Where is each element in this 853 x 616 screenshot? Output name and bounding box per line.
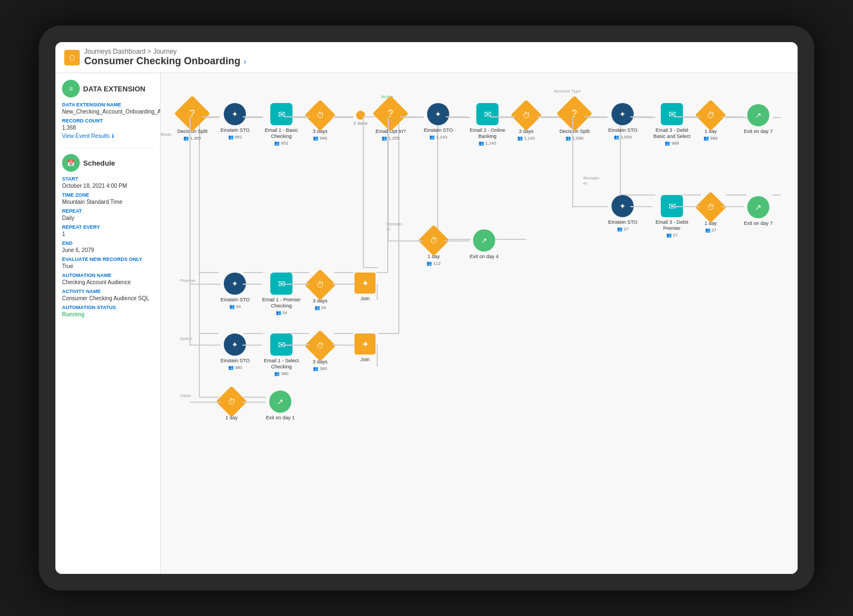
view-event-results-link[interactable]: View Event Results ℹ — [62, 133, 153, 139]
edit-icon[interactable]: › — [244, 57, 246, 66]
node-einstein-sto-premier[interactable]: ✦ Einstein STO 👥 34 — [220, 273, 250, 309]
1day-remainder-count: 👥 112 — [426, 261, 440, 266]
node-einstein-sto-3[interactable]: ✦ Einstein STO 👥 1,009 — [608, 103, 638, 140]
node-1day-other[interactable]: ⏱ 1 day — [220, 391, 243, 421]
content-area: ≡ DATA EXTENSION DATA EXTENSION NAME New… — [55, 73, 798, 574]
node-join-select[interactable]: ✦ Join — [354, 333, 376, 363]
conn-v-premier-join — [363, 116, 364, 268]
einstein-sto-2-label: Einstein STO — [424, 127, 453, 134]
automation-name-label: AUTOMATION NAME — [62, 273, 153, 278]
start-label: START — [62, 176, 153, 182]
conn-h-8 — [490, 116, 515, 117]
remainder-label-1: Remain-er — [583, 176, 600, 186]
conn-v-select-up — [377, 345, 378, 367]
node-1day-remainder[interactable]: ⏱ 1 day 👥 112 — [423, 229, 445, 266]
de-name-label: DATA EXTENSION NAME — [62, 102, 153, 107]
conn-h-select-1 — [189, 345, 220, 346]
automation-status-label: AUTOMATION STATUS — [62, 305, 153, 310]
conn-h-ds2-remainder-2 — [630, 206, 652, 207]
node-exit-day4[interactable]: ↗ Exit on day 4 — [470, 229, 499, 260]
evaluate-value: True — [62, 263, 153, 269]
einstein-sto-select-count: 👥 380 — [228, 365, 242, 370]
end-label: END — [62, 240, 153, 246]
conn-v-remainder — [388, 116, 389, 240]
conn-h-remainder-2 — [445, 240, 470, 242]
conn-h-7 — [446, 116, 468, 117]
exit-day7-1-label: Exit on day 7 — [744, 129, 773, 135]
schedule-icon: 📅 — [62, 154, 80, 172]
node-3days-2[interactable]: ⏱ 3 days 👥 1,142 — [515, 104, 537, 141]
einstein-sto-select-label: Einstein STO — [220, 358, 250, 364]
decision-split-1-count: 👥 1,365 — [183, 136, 201, 141]
start-value: October 18, 2021 4:00 PM — [62, 183, 153, 189]
node-einstein-sto-2[interactable]: ✦ Einstein STO 👥 1,143 — [424, 103, 453, 140]
tablet-screen: ⬡ Journeys Dashboard > Journey Consumer … — [55, 42, 798, 574]
node-1day-2[interactable]: ⏱ 1 day 👥 27 — [700, 196, 722, 233]
node-decision-split-1[interactable]: ? Decision Split 👥 1,365 Basic — [177, 101, 208, 141]
email-1-premier-label: Email 1 - Premier Checking — [262, 297, 301, 309]
conn-h-ds2-remainder — [572, 206, 608, 207]
einstein-sto-3-count: 👥 1,009 — [614, 135, 631, 140]
conn-h-premier-4 — [332, 284, 354, 285]
1day-1-count: 👥 988 — [703, 136, 717, 141]
3days-2-count: 👥 1,142 — [517, 136, 535, 141]
node-email-1-basic[interactable]: ✉ Email 1 - Basic Checking 👥 951 — [262, 103, 301, 146]
conn-h-2 — [243, 116, 262, 117]
conn-h-ds2-remainder-4 — [722, 206, 744, 207]
email-3-debit-premier-label: Email 3 - Debit Premier — [652, 219, 691, 232]
node-3days-1[interactable]: ⏱ 3 days 👥 946 — [309, 104, 331, 141]
node-exit-day7-2[interactable]: ↗ Exit on day 7 — [744, 196, 773, 227]
node-exit-day1[interactable]: ↗ Exit on day 1 — [266, 391, 295, 421]
journey-canvas-container[interactable]: ? Decision Split 👥 1,365 Basic ✦ — [161, 73, 798, 574]
node-email-3-debit-premier[interactable]: ✉ Email 3 - Debit Premier 👥 27 — [652, 195, 691, 238]
3days-select-count: 👥 380 — [313, 366, 327, 371]
data-extension-title: DATA EXTENSION — [83, 85, 145, 93]
email-3-debit-label: Email 3 - Debit Basic and Select — [652, 127, 691, 140]
sidebar: ≡ DATA EXTENSION DATA EXTENSION NAME New… — [55, 73, 161, 574]
email-1-select-count: 👥 380 — [274, 371, 288, 376]
journey-icon: ⬡ — [64, 50, 80, 65]
email-3-debit-premier-count: 👥 27 — [666, 233, 678, 238]
einstein-sto-1-label: Einstein STO — [220, 127, 250, 134]
node-email-1-premier[interactable]: ✉ Email 1 - Premier Checking 👥 34 — [262, 273, 301, 315]
activity-name-value: Consumer Checking Audience SQL — [62, 295, 153, 301]
node-exit-day7-1[interactable]: ↗ Exit on day 7 — [744, 104, 773, 135]
record-count-label: RECORD COUNT — [62, 118, 153, 124]
einstein-sto-4-count: 👥 27 — [617, 227, 629, 232]
data-extension-section: ≡ DATA EXTENSION DATA EXTENSION NAME New… — [62, 80, 153, 139]
data-extension-icon: ≡ — [62, 80, 80, 97]
node-email-3-debit[interactable]: ✉ Email 3 - Debit Basic and Select 👥 988 — [652, 103, 691, 146]
conn-h-ds2-remainder-3 — [675, 206, 700, 207]
conn-h-3 — [284, 116, 309, 117]
repeat-every-label: REPEAT EVERY — [62, 224, 153, 230]
node-join-premier[interactable]: ✦ Join — [354, 273, 376, 302]
timezone-value: Mountain Standard Time — [62, 199, 153, 205]
count-icon: 👥 — [183, 136, 189, 141]
node-einstein-sto-4[interactable]: ✦ Einstein STO 👥 27 — [608, 195, 638, 232]
node-3days-select[interactable]: ⏱ 3 days 👥 380 — [309, 335, 331, 371]
data-extension-header: ≡ DATA EXTENSION — [62, 80, 153, 97]
decision-split-2-count: 👥 1,036 — [566, 136, 583, 141]
conn-h-11 — [630, 116, 652, 117]
node-decision-split-2[interactable]: Account Type ? Decision Split 👥 1,036 — [559, 101, 590, 141]
node-email-opt-in[interactable]: Active ? Email Opt In? 👥 1,255 — [376, 101, 406, 141]
node-2joins[interactable]: 2 Joins — [353, 111, 367, 126]
info-icon: ℹ — [112, 133, 114, 139]
timezone-label: TIME ZONE — [62, 192, 153, 198]
conn-v-ds1 — [189, 116, 191, 285]
node-email-2-online[interactable]: ✉ Email 2 - Online Banking 👥 1,142 — [468, 103, 507, 146]
node-3days-premier[interactable]: ⏱ 3 days 👥 34 — [309, 274, 331, 310]
conn-h-9 — [537, 116, 559, 117]
node-email-1-select[interactable]: ✉ Email 1 - Select Checking 👥 380 — [262, 333, 301, 376]
node-einstein-sto-select[interactable]: ✦ Einstein STO 👥 380 — [220, 333, 250, 370]
join-premier-label: Join — [361, 296, 370, 302]
record-count-value: 1,368 — [62, 125, 153, 131]
node-1day-1[interactable]: ⏱ 1 day 👥 988 — [700, 104, 722, 141]
conn-h-select-2 — [243, 345, 262, 346]
page-title: Consumer Checking Onboarding — [84, 55, 240, 67]
breadcrumb: Journeys Dashboard > Journey — [84, 48, 246, 55]
schedule-section: 📅 Schedule START October 18, 2021 4:00 P… — [62, 154, 153, 317]
einstein-sto-3-label: Einstein STO — [608, 127, 638, 134]
end-value: June 6, 2079 — [62, 247, 153, 253]
node-einstein-sto-1[interactable]: ✦ Einstein STO 👥 951 — [220, 103, 250, 140]
